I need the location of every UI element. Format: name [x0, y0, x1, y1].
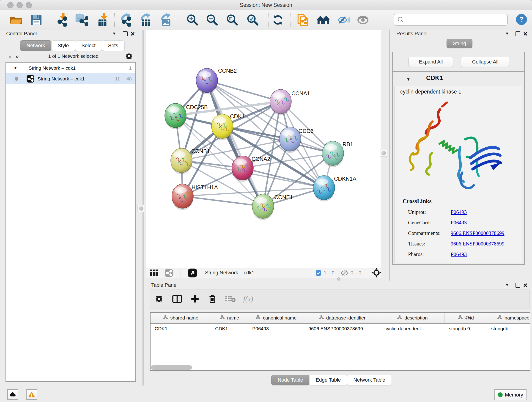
network-view-toolbar: String Network – cdk1 1 – 0 0 – 0 [146, 268, 381, 278]
network-node-CCNA1 [270, 89, 291, 115]
tab-string[interactable]: String [447, 39, 472, 48]
crosslink-label: Tissues: [408, 241, 451, 247]
string-badge-icon[interactable] [165, 269, 173, 278]
results-panel-float-icon[interactable]: ▼ [505, 32, 509, 36]
crosslink-link[interactable]: 9606.ENSP00000378699 [451, 241, 505, 247]
tab-select[interactable]: Select [75, 40, 102, 51]
show-columns-icon[interactable] [172, 294, 182, 303]
network-view-title: String Network – cdk1 [205, 270, 254, 276]
column-header-name[interactable]: name [211, 313, 248, 323]
crosslink-link[interactable]: P06493 [451, 209, 467, 215]
network-node-RB1 [322, 141, 344, 167]
svg-text:CDKN1A: CDKN1A [334, 176, 356, 182]
expand-all-tree-icon[interactable]: « [14, 56, 21, 59]
column-header-shared-name[interactable]: shared name [151, 313, 211, 323]
search-input[interactable] [394, 14, 508, 26]
horizontal-scrollbar-thumb[interactable] [151, 365, 192, 370]
network-graph[interactable]: CCNB2CCNA1CDC25BCDK1CDC6RB1CCNB1CCNA2CDK… [146, 30, 381, 268]
refresh-icon[interactable] [272, 13, 284, 26]
cloud-status-button[interactable] [7, 389, 18, 400]
import-table-icon[interactable] [96, 13, 109, 26]
tab-network[interactable]: Network [20, 40, 51, 51]
network-tree: ▼ String Network – cdk1 1 String Network… [6, 62, 136, 382]
save-session-icon[interactable] [30, 13, 43, 26]
copy-network-icon[interactable] [297, 13, 309, 26]
network-node-CCNB2 [196, 68, 218, 94]
horizontal-splitter-handle[interactable] [337, 277, 341, 281]
home-icon[interactable] [317, 13, 330, 26]
birds-eye-grid-icon[interactable] [150, 269, 160, 277]
crosslink-row: Pharos: P06493 [408, 249, 518, 260]
selected-checkbox-icon[interactable] [316, 270, 322, 277]
network-collection-row[interactable]: ▼ String Network – cdk1 1 [6, 63, 135, 73]
expand-all-button[interactable]: Expand All [409, 57, 453, 67]
create-column-plus-icon[interactable] [191, 294, 199, 303]
crosslink-link[interactable]: P06493 [451, 251, 467, 257]
tab-style[interactable]: Style [51, 40, 75, 51]
control-panel-maximize-icon[interactable] [123, 32, 128, 36]
network-options-gear-icon[interactable] [125, 52, 133, 61]
table-panel-maximize-icon[interactable] [515, 283, 520, 288]
export-network-icon[interactable] [120, 13, 133, 26]
results-panel-maximize-icon[interactable] [515, 32, 520, 36]
toolbar-separator [114, 13, 115, 27]
right-splitter-handle[interactable] [380, 149, 387, 157]
export-image-icon[interactable] [160, 13, 173, 26]
svg-text:CDC6: CDC6 [298, 128, 313, 134]
fit-content-crosshair-icon[interactable] [372, 268, 381, 279]
control-panel-float-icon[interactable]: ▼ [112, 32, 116, 36]
results-actions-box: Expand All Collapse All [392, 52, 525, 71]
show-all-icon[interactable] [357, 13, 370, 26]
column-header-namespace[interactable]: namespace [487, 313, 530, 323]
table-panel-close-icon[interactable]: × [523, 283, 527, 288]
node-table[interactable]: shared namenamecanonical namedatabase id… [150, 312, 530, 371]
network-selection-status: 1 of 1 Network selected [23, 53, 124, 59]
tab-edge-table[interactable]: Edge Table [309, 375, 347, 385]
crosslink-link[interactable]: P06493 [451, 220, 467, 226]
crosslink-link[interactable]: 9606.ENSP00000378699 [451, 230, 505, 236]
tab-node-table[interactable]: Node Table [271, 375, 310, 385]
open-session-icon[interactable] [10, 13, 22, 26]
collapse-all-button[interactable]: Collapse All [461, 57, 510, 67]
import-network-database-icon[interactable] [75, 13, 88, 26]
left-splitter-handle[interactable] [138, 205, 145, 212]
zoom-in-icon[interactable] [186, 13, 199, 26]
export-table-icon[interactable] [139, 13, 152, 26]
crosslink-row: GeneCard: P06493 [408, 217, 518, 228]
svg-text:CDK1: CDK1 [230, 113, 245, 119]
import-network-icon[interactable] [56, 13, 69, 26]
warning-status-button[interactable] [26, 389, 37, 400]
column-header-canonical-name[interactable]: canonical name [248, 313, 304, 323]
open-in-window-icon[interactable] [188, 268, 197, 279]
column-header-description[interactable]: description [380, 313, 445, 323]
tab-sets[interactable]: Sets [102, 40, 125, 51]
table-panel-float-icon[interactable]: ▼ [505, 283, 509, 287]
hidden-eye-slash-icon[interactable] [340, 270, 349, 277]
results-panel-close-icon[interactable]: × [523, 32, 527, 36]
column-header-database-identifier[interactable]: database identifier [304, 313, 380, 323]
zoom-out-icon[interactable] [206, 13, 219, 26]
string-network-icon [27, 75, 34, 83]
zoom-fit-icon[interactable] [226, 13, 239, 26]
delete-table-icon[interactable] [225, 294, 235, 303]
network-row[interactable]: String Network – cdk1 11 48 [6, 73, 135, 84]
collection-caret-icon[interactable]: ▼ [14, 66, 17, 70]
memory-button[interactable]: Memory [494, 389, 526, 400]
column-type-icon [397, 315, 402, 321]
right-panel-divider[interactable] [389, 30, 390, 281]
table-header-row[interactable]: shared namenamecanonical namedatabase id… [151, 313, 530, 324]
protein-structure-image [402, 99, 502, 196]
table-row[interactable]: CDK1CDK1P064939606.ENSP00000378699cyclin… [151, 324, 530, 334]
tab-network-table[interactable]: Network Table [347, 375, 392, 385]
hide-selected-icon[interactable] [337, 13, 350, 26]
table-options-gear-icon[interactable] [155, 295, 163, 303]
svg-text:CCNA2: CCNA2 [252, 156, 270, 162]
zoom-selected-icon[interactable] [246, 13, 259, 26]
delete-column-trash-icon[interactable] [208, 294, 217, 304]
help-button[interactable]: ? [516, 14, 527, 25]
collapse-all-tree-icon[interactable]: » [7, 56, 13, 59]
column-header-@id[interactable]: @id [445, 313, 487, 323]
control-panel-close-icon[interactable]: × [131, 32, 135, 36]
function-builder-icon[interactable]: f(x) [243, 295, 253, 303]
gene-card-caret-icon[interactable]: ▼ [406, 77, 410, 82]
